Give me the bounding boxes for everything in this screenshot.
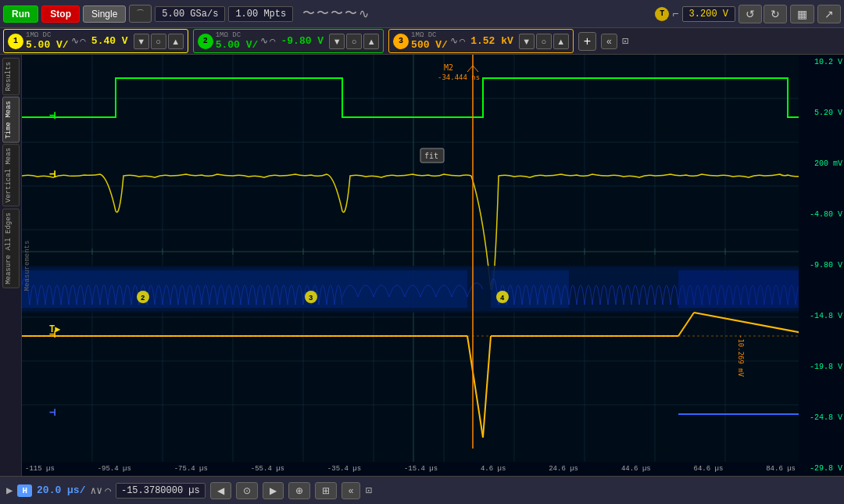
left-sidebar: Results Time Meas Vertical Meas Measure …	[0, 55, 22, 476]
svg-text:M2: M2	[444, 63, 453, 72]
play-circle-btn[interactable]: ⊙	[236, 482, 258, 499]
trigger-badge: T	[655, 7, 669, 21]
ch2-up-btn[interactable]: ▲	[363, 34, 379, 49]
svg-text:T▶: T▶	[49, 324, 61, 335]
right-scale: 10.2 V 5.20 V 200 mV -4.80 V -9.80 V -14…	[799, 55, 844, 476]
time-label-0: -115 µs	[25, 465, 55, 473]
svg-text:4: 4	[500, 295, 505, 302]
ch1-circle-btn[interactable]: ○	[151, 34, 166, 49]
ch3-down-btn[interactable]: ▼	[519, 34, 535, 49]
ch3-ctrl-btns: ▼ ○ ▲	[519, 34, 569, 49]
ch2-wave-icons: ∿⌒	[260, 35, 275, 47]
ch3-measurement: 1.52 kV	[467, 35, 517, 47]
time-label-2: -75.4 µs	[174, 465, 208, 473]
channel-1-block[interactable]: 1 1MΩ DC 5.00 V/ ∿⌒ 5.40 V ▼ ○ ▲	[3, 29, 188, 53]
memory-display: 1.00 Mpts	[228, 6, 293, 22]
sidebar-tab-results[interactable]: Results	[2, 58, 20, 95]
svg-text:fit: fit	[424, 152, 438, 160]
sample-rate-display: 5.00 GSa/s	[155, 6, 225, 22]
channel-2-block[interactable]: 2 1MΩ DC 5.00 V/ ∿⌒ -9.80 V ▼ ○ ▲	[193, 29, 384, 53]
svg-text:2: 2	[141, 295, 145, 302]
svg-text:⊣: ⊣	[49, 109, 55, 122]
svg-text:-34.444 ns: -34.444 ns	[438, 73, 480, 81]
ch2-ctrl-btns: ▼ ○ ▲	[329, 34, 379, 49]
ch2-circle-btn[interactable]: ○	[346, 34, 362, 49]
svg-rect-35	[678, 270, 799, 308]
svg-text:-10.269 mV: -10.269 mV	[737, 334, 745, 377]
scale-label-5: -14.8 V	[800, 312, 842, 320]
stop-button[interactable]: Stop	[41, 5, 80, 23]
grid-btn[interactable]: ⊞	[315, 482, 337, 499]
ch1-scale: 5.00 V/	[26, 39, 69, 51]
ch1-ctrl-btns: ▼ ○ ▲	[134, 34, 184, 49]
sidebar-tab-time-meas[interactable]: Time Meas	[2, 97, 20, 143]
oscilloscope-display[interactable]: M2 -34.444 ns fit 2 3 4 ⊣ ⊣ ⊣ T▶	[22, 55, 844, 476]
time-label-5: -15.4 µs	[404, 465, 438, 473]
waveform-type-button[interactable]: ⌒	[129, 5, 152, 23]
scale-label-4: -9.80 V	[800, 261, 842, 270]
trigger-section: T ⌐ 3.200 V ↺ ↻ ▦ ↗	[655, 5, 841, 23]
collapse-button[interactable]: «	[601, 34, 617, 49]
zoom-button[interactable]: ↗	[817, 5, 841, 23]
ch1-measurement: 5.40 V	[88, 35, 131, 47]
ch1-wave-icons: ∿⌒	[71, 35, 86, 47]
time-axis: -115 µs -95.4 µs -75.4 µs -55.4 µs -35.4…	[22, 462, 799, 476]
ch3-badge: 3	[393, 34, 409, 49]
ch3-scale: 500 V/	[411, 39, 448, 51]
ch2-coupling: 1MΩ DC	[216, 31, 259, 39]
ch3-wave-icons: ∿⌒	[450, 35, 465, 47]
ch2-scale: 5.00 V/	[216, 39, 259, 51]
zoom-btn[interactable]: ⊕	[288, 482, 310, 499]
time-label-1: -95.4 µs	[98, 465, 131, 473]
time-label-7: 24.6 µs	[549, 465, 578, 473]
menu-button[interactable]: ▦	[790, 5, 814, 23]
ch2-down-btn[interactable]: ▼	[329, 34, 345, 49]
ch3-coupling: 1MΩ DC	[411, 31, 448, 39]
waveform-svg: M2 -34.444 ns fit 2 3 4 ⊣ ⊣ ⊣ T▶	[22, 55, 799, 462]
redo-button[interactable]: ↻	[764, 5, 787, 23]
ch1-down-btn[interactable]: ▼	[134, 34, 149, 49]
time-label-3: -55.4 µs	[251, 465, 284, 473]
scale-label-0: 10.2 V	[800, 58, 842, 66]
ch1-up-btn[interactable]: ▲	[168, 34, 184, 49]
ch1-coupling: 1MΩ DC	[26, 31, 69, 39]
scale-label-8: -29.8 V	[800, 464, 842, 473]
ch3-up-btn[interactable]: ▲	[553, 34, 569, 49]
h-badge: H	[17, 484, 32, 497]
trigger-level-display: 3.200 V	[682, 6, 735, 22]
main-area: Results Time Meas Vertical Meas Measure …	[0, 55, 844, 476]
next-btn[interactable]: ▶	[263, 482, 284, 499]
single-button[interactable]: Single	[83, 5, 126, 23]
scale-label-6: -19.8 V	[800, 363, 842, 371]
scale-label-2: 200 mV	[800, 159, 842, 168]
timebase-display: 20.0 µs/	[37, 484, 85, 496]
ch2-measurement: -9.80 V	[278, 35, 327, 47]
channel-toolbar: 1 1MΩ DC 5.00 V/ ∿⌒ 5.40 V ▼ ○ ▲ 2 1MΩ D…	[0, 28, 844, 55]
svg-text:⊣: ⊣	[49, 406, 55, 419]
svg-text:3: 3	[309, 295, 313, 302]
svg-rect-0	[22, 55, 799, 462]
scale-label-1: 5.20 V	[800, 109, 842, 117]
time-label-9: 64.6 µs	[694, 465, 724, 473]
channel-3-block[interactable]: 3 1MΩ DC 500 V/ ∿⌒ 1.52 kV ▼ ○ ▲	[388, 29, 574, 53]
svg-text:⊣: ⊣	[49, 168, 55, 181]
time-label-10: 84.6 µs	[766, 465, 796, 473]
dbl-arrow-btn[interactable]: «	[342, 482, 361, 499]
time-label-8: 44.6 µs	[621, 465, 651, 473]
time-offset-display: -15.3780000 µs	[116, 483, 206, 499]
ref-bottom-icon[interactable]: ⊡	[365, 484, 371, 497]
ref-icon[interactable]: ⊡	[622, 34, 628, 48]
bottom-arrow-icon[interactable]: ▶	[6, 484, 13, 497]
prev-btn[interactable]: ◀	[210, 482, 231, 499]
ch2-badge: 2	[198, 34, 213, 49]
ch3-circle-btn[interactable]: ○	[536, 34, 552, 49]
add-math-button[interactable]: +	[578, 32, 596, 51]
ch1-badge: 1	[8, 34, 23, 49]
top-toolbar: Run Stop Single ⌒ 5.00 GSa/s 1.00 Mpts 〜…	[0, 0, 844, 28]
sidebar-tab-vertical-meas[interactable]: Vertical Meas	[2, 144, 20, 206]
undo-button[interactable]: ↺	[738, 5, 762, 23]
sidebar-tab-measure-all-edges[interactable]: Measure All Edges	[2, 209, 20, 288]
scale-label-3: -4.80 V	[800, 210, 842, 219]
undo-redo-group: ↺ ↻	[738, 5, 787, 23]
run-button[interactable]: Run	[3, 5, 38, 23]
